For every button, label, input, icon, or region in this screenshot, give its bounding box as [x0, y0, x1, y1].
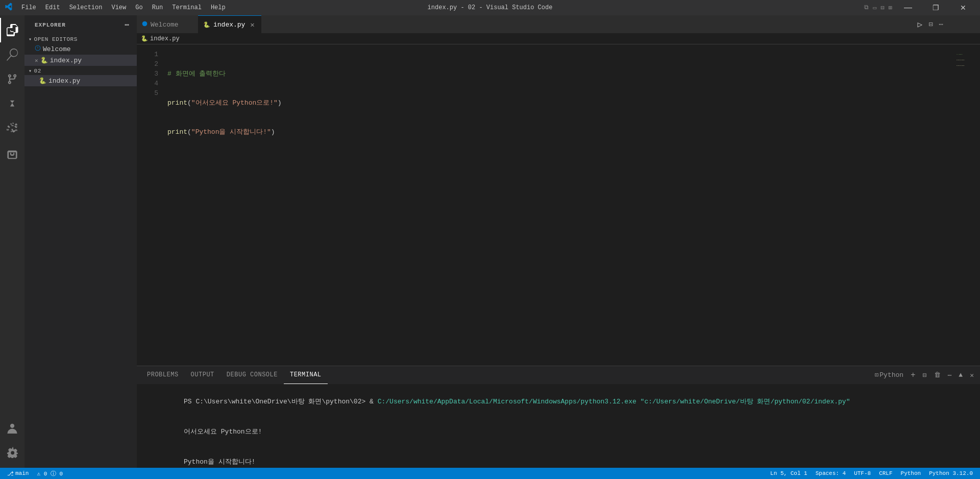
- status-errors[interactable]: ⚠ 0 ⓘ 0: [35, 468, 65, 479]
- close-button[interactable]: ✕: [951, 0, 975, 15]
- layout4-icon[interactable]: ⊞: [889, 4, 892, 12]
- activitybar-explorer[interactable]: [0, 18, 24, 42]
- tab-index-py-label: index.py: [213, 21, 245, 29]
- dirty-indicator: ✕: [35, 57, 38, 64]
- vscode-logo-icon: [5, 3, 13, 13]
- terminal-more-button[interactable]: ⋯: [946, 370, 954, 380]
- code-line-2: print("어서오세요 Python으로!"): [167, 98, 954, 108]
- activitybar-extensions[interactable]: [0, 116, 24, 140]
- status-encoding[interactable]: UTF-8: [852, 468, 873, 479]
- breadcrumb: 🐍 index.py: [137, 33, 980, 44]
- open-editors-section[interactable]: ▾ Open Editors: [24, 34, 137, 43]
- status-python-version[interactable]: Python 3.12.0: [927, 468, 975, 479]
- layout2-icon[interactable]: ▭: [873, 4, 876, 12]
- panel-close-button[interactable]: ✕: [968, 370, 976, 380]
- menu-help[interactable]: Help: [207, 3, 230, 12]
- status-eol[interactable]: CRLF: [877, 468, 894, 479]
- terminal-prompt-1: PS C:\Users\white\OneDrive\바탕 화면\python\…: [184, 398, 378, 405]
- folder-section[interactable]: ▾ 02: [24, 66, 137, 75]
- terminal-output-1: 어서오세요 Python으로!: [184, 428, 262, 436]
- minimap: ## comment print(string) print(string): [954, 44, 980, 366]
- run-button[interactable]: ▷: [915, 18, 924, 31]
- menu-bar: File Edit Selection View Go Run Terminal…: [17, 3, 230, 12]
- panel-tab-problems[interactable]: PROBLEMS: [141, 366, 185, 384]
- panel-tab-terminal[interactable]: TERMINAL: [284, 366, 328, 384]
- more-actions-button[interactable]: ⋯: [937, 19, 945, 30]
- titlebar-controls: ⧉ ▭ ⊟ ⊞ — ❐ ✕: [864, 0, 975, 15]
- tab-welcome[interactable]: Welcome: [137, 15, 198, 33]
- open-editor-index-py-label: index.py: [50, 57, 82, 64]
- panel-tabs: PROBLEMS OUTPUT DEBUG CONSOLE TERMINAL ⊡…: [137, 366, 980, 384]
- folder-index-py-label: index.py: [48, 77, 80, 85]
- panel-tab-debug-console[interactable]: DEBUG CONSOLE: [220, 366, 284, 384]
- code-editor[interactable]: 1 2 3 4 5 # 화면에 출력한다 print("어서오세요 Python…: [137, 44, 980, 366]
- activitybar-testing[interactable]: [0, 142, 24, 167]
- layout3-icon[interactable]: ⊟: [881, 4, 885, 12]
- spaces-label: Spaces: 4: [816, 470, 846, 476]
- sidebar: Explorer ⋯ ▾ Open Editors Welcome ✕ 🐍 in…: [24, 15, 137, 468]
- activitybar-accounts[interactable]: [0, 416, 24, 440]
- sidebar-title: Explorer: [35, 22, 66, 28]
- split-editor-button[interactable]: ⊟: [926, 19, 935, 30]
- error-count: ⚠ 0 ⓘ 0: [37, 470, 63, 477]
- tab-welcome-label: Welcome: [151, 21, 179, 29]
- python-version-label: Python 3.12.0: [929, 470, 973, 476]
- minimap-content: ## comment print(string) print(string): [954, 44, 980, 76]
- panel-tab-actions: ⊡ Python + ⊟ 🗑 ⋯ ▲ ✕: [873, 370, 976, 381]
- minimize-button[interactable]: —: [896, 0, 920, 15]
- menu-edit[interactable]: Edit: [41, 3, 64, 12]
- activitybar-source-control[interactable]: [0, 67, 24, 91]
- status-bar-right: Ln 5, Col 1 Spaces: 4 UTF-8 CRLF Python …: [768, 468, 975, 479]
- open-editor-welcome[interactable]: Welcome: [24, 43, 137, 55]
- terminal-content[interactable]: PS C:\Users\white\OneDrive\바탕 화면\python\…: [137, 384, 980, 468]
- breadcrumb-file[interactable]: index.py: [150, 35, 180, 42]
- tab-close-button[interactable]: ✕: [248, 20, 256, 29]
- terminal-cmd-highlight: C:/Users/white/AppData/Local/Microsoft/W…: [378, 398, 636, 405]
- terminal-line-1: PS C:\Users\white\OneDrive\바탕 화면\python\…: [144, 387, 973, 416]
- status-position[interactable]: Ln 5, Col 1: [768, 468, 810, 479]
- menu-selection[interactable]: Selection: [65, 3, 107, 12]
- tab-index-py[interactable]: 🐍 index.py ✕: [198, 15, 261, 33]
- main-layout: Explorer ⋯ ▾ Open Editors Welcome ✕ 🐍 in…: [0, 15, 980, 468]
- titlebar-left: File Edit Selection View Go Run Terminal…: [5, 3, 230, 13]
- menu-terminal[interactable]: Terminal: [168, 3, 206, 12]
- code-line-4: [167, 156, 954, 166]
- activitybar-search[interactable]: [0, 42, 24, 67]
- activitybar-settings[interactable]: [0, 440, 24, 465]
- new-file-icon[interactable]: ⋯: [124, 19, 131, 30]
- open-editor-index-py[interactable]: ✕ 🐍 index.py: [24, 55, 137, 66]
- layout-icon[interactable]: ⧉: [864, 4, 869, 11]
- maximize-button[interactable]: ❐: [924, 0, 947, 15]
- status-language[interactable]: Python: [899, 468, 923, 479]
- activitybar-run-debug[interactable]: [0, 91, 24, 116]
- menu-file[interactable]: File: [17, 3, 40, 12]
- status-spaces[interactable]: Spaces: 4: [814, 468, 848, 479]
- welcome-file-icon: [35, 45, 41, 53]
- terminal-arg: [636, 398, 641, 405]
- eol-label: CRLF: [879, 470, 892, 476]
- terminal-trash-button[interactable]: 🗑: [932, 370, 943, 380]
- panel-maximize-button[interactable]: ▲: [957, 370, 965, 380]
- menu-go[interactable]: Go: [131, 3, 146, 12]
- titlebar: File Edit Selection View Go Run Terminal…: [0, 0, 980, 15]
- status-bar-left: ⎇ main ⚠ 0 ⓘ 0: [5, 468, 65, 479]
- terminal-filepath: "c:/Users/white/OneDrive/바탕 화면/python/02…: [641, 398, 850, 405]
- status-branch[interactable]: ⎇ main: [5, 468, 31, 479]
- terminal-python-label[interactable]: ⊡ Python: [873, 370, 905, 380]
- terminal-line-2: 어서오세요 Python으로!: [144, 417, 973, 446]
- editor-area: Welcome 🐍 index.py ✕ ▷ ⊟ ⋯ 🐍 index.py 1: [137, 15, 980, 468]
- code-content[interactable]: # 화면에 출력한다 print("어서오세요 Python으로!") prin…: [162, 44, 954, 366]
- python-file-icon: 🐍: [40, 57, 48, 64]
- open-editor-welcome-label: Welcome: [43, 45, 71, 53]
- sidebar-header-actions: ⋯: [124, 19, 131, 30]
- menu-view[interactable]: View: [107, 3, 130, 12]
- window-title: index.py - 02 - Visual Studio Code: [428, 4, 553, 11]
- panel-tab-output[interactable]: OUTPUT: [185, 366, 220, 384]
- terminal-add-button[interactable]: +: [909, 370, 918, 381]
- line-numbers: 1 2 3 4 5: [137, 44, 162, 366]
- folder-index-py[interactable]: 🐍 index.py: [24, 75, 137, 86]
- terminal-split-button[interactable]: ⊟: [921, 370, 929, 380]
- menu-run[interactable]: Run: [148, 3, 167, 12]
- activity-bar: [0, 15, 24, 468]
- open-editors-chevron: ▾: [29, 36, 32, 42]
